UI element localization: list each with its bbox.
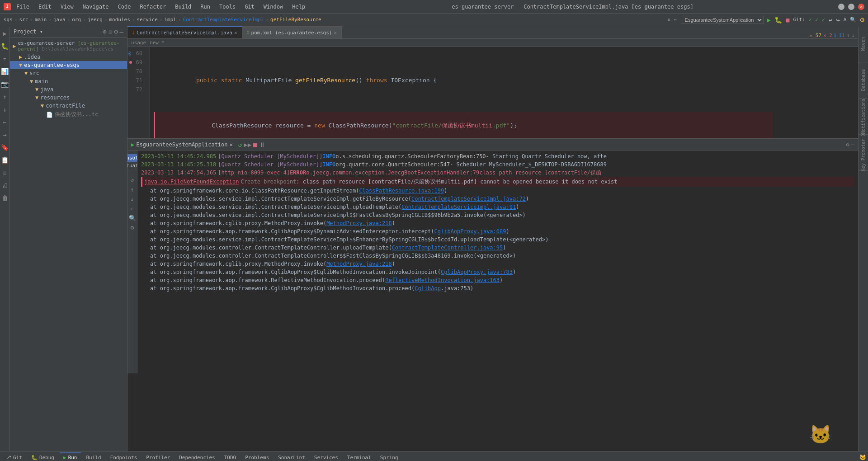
tree-item-root[interactable]: ▶ es-guarantee-server [es-guarantee-pare… xyxy=(10,39,127,53)
debug-button[interactable]: 🐛 xyxy=(774,16,782,24)
breadcrumb-java[interactable]: java xyxy=(53,17,66,23)
run-icon-6[interactable]: ⚙ xyxy=(130,223,135,232)
tab-spring[interactable]: Spring xyxy=(377,452,402,461)
undo-button[interactable]: ↩ xyxy=(829,16,832,24)
nav-up[interactable]: ↑ xyxy=(847,33,850,38)
menu-code[interactable]: Code xyxy=(116,3,133,11)
tree-item-esgs[interactable]: ▼ es-guarantee-esgs xyxy=(10,61,127,69)
tab-run[interactable]: ▶ Run xyxy=(60,452,81,461)
tree-item-files[interactable]: 📄 保函协议书...tc xyxy=(10,110,127,119)
minimize-button[interactable]: ─ xyxy=(838,4,844,10)
bookmark2-tool[interactable]: 📋 xyxy=(1,155,9,165)
stack-link-11[interactable]: CglibAopProxy.java:783 xyxy=(441,269,513,275)
database-panel-button[interactable]: Database xyxy=(859,62,868,99)
run-icon-3[interactable]: ↓ xyxy=(130,195,135,203)
stack-link-2[interactable]: ContractTemplateServiceImpl.java:72 xyxy=(411,196,526,202)
menu-view[interactable]: View xyxy=(59,3,75,11)
breadcrumb-jeecg[interactable]: jeecg xyxy=(88,17,103,23)
tree-item-src[interactable]: ▼ src xyxy=(10,69,127,77)
tree-item-main[interactable]: ▼ main xyxy=(10,77,127,85)
run-panel-close[interactable]: ✕ xyxy=(230,141,233,148)
redo-button[interactable]: ↪ xyxy=(836,16,840,24)
run-pause-icon[interactable]: ⏸ xyxy=(259,141,265,148)
left-arrow-tool[interactable]: ← xyxy=(3,117,6,127)
notifications-panel-button[interactable]: Notifications xyxy=(859,99,868,135)
breadcrumb-main[interactable]: main xyxy=(35,17,47,23)
stack-link-3[interactable]: ContractTemplateServiceImpl.java:91 xyxy=(401,204,516,210)
git-x[interactable]: ✓ xyxy=(816,17,819,23)
search-icon[interactable]: 🔍 xyxy=(850,17,856,23)
run-icon-4[interactable]: ← xyxy=(130,204,135,213)
tab-dependencies[interactable]: Dependencies xyxy=(175,452,218,461)
breadcrumb-sgs[interactable]: sgs xyxy=(4,17,13,23)
menu-window[interactable]: Window xyxy=(262,3,285,11)
run-icon-2[interactable]: ↑ xyxy=(130,185,135,194)
stack-link-5[interactable]: MethodProxy.java:218 xyxy=(326,220,392,226)
maven-panel-button[interactable]: Maven xyxy=(859,26,868,62)
breadcrumb-service[interactable]: service xyxy=(137,17,157,23)
tab-contracttemplate[interactable]: J ContractTemplateServiceImpl.java ✕ xyxy=(127,26,242,38)
sidebar-gear-icon[interactable]: ⚙ xyxy=(114,28,118,35)
settings-icon[interactable]: ⚙ xyxy=(860,15,864,24)
stop-button[interactable]: ■ xyxy=(786,16,789,24)
tab-debug[interactable]: 🐛 Debug xyxy=(28,452,58,461)
run-resume-icon[interactable]: ▶▶ xyxy=(244,141,251,148)
git-check[interactable]: ✓ xyxy=(809,17,812,23)
tree-item-java[interactable]: ▼ java xyxy=(10,85,127,94)
tab-build[interactable]: Build xyxy=(83,452,105,461)
delete-tool[interactable]: 🗑 xyxy=(2,193,8,203)
menu-git[interactable]: Git xyxy=(243,3,256,11)
menu-refactor[interactable]: Refactor xyxy=(138,3,168,11)
tab-todo[interactable]: TODO xyxy=(221,452,240,461)
settings-gear-icon[interactable]: ⚙ xyxy=(846,141,849,148)
menu-tools[interactable]: Tools xyxy=(217,3,237,11)
stack-link-1[interactable]: ClassPathResource.java:199 xyxy=(359,188,444,194)
window-controls[interactable]: ─ □ ✕ xyxy=(838,4,864,10)
menu-help[interactable]: Help xyxy=(290,3,307,11)
tab-git[interactable]: ⎇ Git xyxy=(2,452,26,461)
structure-tool[interactable]: ≡ xyxy=(3,167,6,178)
code-container[interactable]: @ 68 69 70 71 72 public static Multipart… xyxy=(127,47,858,138)
tab-profiler[interactable]: Profiler xyxy=(142,452,174,461)
bookmark-tool[interactable]: 🔖 xyxy=(1,142,9,153)
breadcrumb-modules[interactable]: modules xyxy=(109,17,130,23)
debug-tool[interactable]: 🐛 xyxy=(1,41,9,52)
run-icon-1[interactable]: ↺ xyxy=(130,176,135,184)
run-stop-icon[interactable]: ■ xyxy=(253,141,257,148)
sidebar-settings-icon[interactable]: ≡ xyxy=(108,28,112,35)
sidebar-collapse-icon[interactable]: — xyxy=(120,28,123,35)
menu-run[interactable]: Run xyxy=(198,3,212,11)
tab-close-contracttemplate[interactable]: ✕ xyxy=(234,30,237,36)
git-warning[interactable]: ✓ xyxy=(822,17,825,23)
breadcrumb-org[interactable]: org xyxy=(72,17,81,23)
tree-item-contractfile[interactable]: ▼ contractFile xyxy=(10,102,127,110)
stack-link-6[interactable]: CglibAopProxy.java:689 xyxy=(434,228,506,235)
right-arrow-tool[interactable]: → xyxy=(3,129,6,140)
tab-sonarlint[interactable]: SonarLint xyxy=(274,452,309,461)
run-config-dropdown[interactable]: EsguaranteeSystemApplication xyxy=(681,16,764,24)
stack-link-12[interactable]: ReflectiveMethodInvocation.java:163 xyxy=(385,277,500,283)
tab-endpoints[interactable]: Endpoints xyxy=(107,452,141,461)
code-content[interactable]: public static MultipartFile getFileByRes… xyxy=(150,47,777,138)
tab-close-pom[interactable]: ✕ xyxy=(334,30,337,36)
tree-item-idea[interactable]: ▶ .idea xyxy=(10,53,127,61)
tree-item-resources[interactable]: ▼ resources xyxy=(10,94,127,102)
stack-link-8[interactable]: ContractTemplateController.java:95 xyxy=(392,245,503,251)
menu-file[interactable]: File xyxy=(14,3,31,11)
tab-terminal[interactable]: Terminal xyxy=(344,452,375,461)
nav-down[interactable]: ↓ xyxy=(851,33,854,38)
maximize-button[interactable]: □ xyxy=(848,4,854,10)
run-restart-icon[interactable]: ↺ xyxy=(238,141,242,148)
up-arrow-tool[interactable]: ↑ xyxy=(3,91,6,102)
menu-edit[interactable]: Edit xyxy=(37,3,53,11)
breadcrumb-src[interactable]: src xyxy=(19,17,28,23)
run-icon-5[interactable]: 🔍 xyxy=(128,214,137,222)
translate-icon[interactable]: A xyxy=(844,17,847,23)
sidebar-icons[interactable]: ⊕ ≡ ⚙ — xyxy=(103,28,123,35)
menu-navigate[interactable]: Navigate xyxy=(81,3,111,11)
collapse-icon[interactable]: — xyxy=(851,141,854,148)
navigate-back[interactable]: ← xyxy=(674,17,677,23)
stack-link-13[interactable]: CglibAop xyxy=(415,285,441,292)
stack-link-10[interactable]: MethodProxy.java:218 xyxy=(326,261,392,267)
down-arrow-tool[interactable]: ↓ xyxy=(3,104,6,115)
